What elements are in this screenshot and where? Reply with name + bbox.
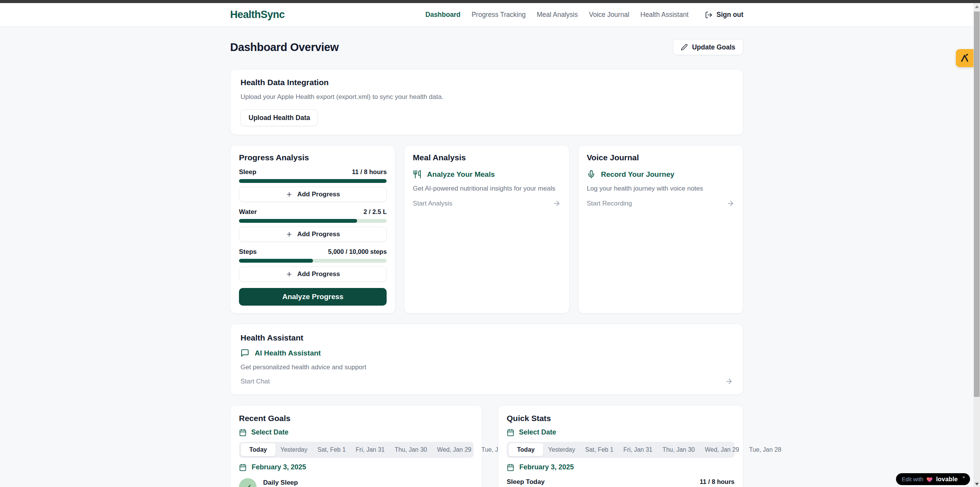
microphone-icon bbox=[587, 170, 596, 179]
add-progress-label: Add Progress bbox=[297, 270, 340, 278]
analyze-progress-button[interactable]: Analyze Progress bbox=[239, 288, 387, 306]
add-progress-steps-button[interactable]: Add Progress bbox=[239, 267, 387, 282]
lovable-logo-icon bbox=[960, 53, 970, 63]
metric-water: Water 2 / 2.5 L Add Progress bbox=[239, 208, 387, 242]
steps-value: 5,000 / 10,000 steps bbox=[328, 248, 387, 255]
stat-sleep-today: Sleep Today 11 / 8 hours Add Progress bbox=[507, 478, 735, 487]
metric-sleep: Sleep 11 / 8 hours Add Progress bbox=[239, 168, 387, 202]
integration-title: Health Data Integration bbox=[240, 78, 733, 87]
water-progress-bar bbox=[239, 219, 387, 223]
scrollbar-down-arrow-icon[interactable] bbox=[975, 483, 979, 485]
steps-progress-bar bbox=[239, 259, 387, 263]
steps-label: Steps bbox=[239, 248, 257, 256]
edit-with-label: Edit with bbox=[902, 476, 924, 482]
voice-journal-description: Log your health journey with voice notes bbox=[587, 185, 735, 192]
integration-description: Upload your Apple Health export (export.… bbox=[240, 93, 733, 101]
analyze-your-meals-label: Analyze Your Meals bbox=[427, 170, 495, 179]
recent-goals-card: Recent Goals Select Date Today Yesterday… bbox=[230, 405, 483, 487]
start-recording-label: Start Recording bbox=[587, 200, 632, 207]
window-top-strip bbox=[0, 0, 980, 3]
plus-icon bbox=[286, 271, 293, 278]
health-data-integration-card: Health Data Integration Upload your Appl… bbox=[230, 69, 743, 135]
record-your-journey-label: Record Your Journey bbox=[601, 170, 674, 179]
nav-voice-journal[interactable]: Voice Journal bbox=[589, 11, 629, 19]
ai-health-assistant-label: AI Health Assistant bbox=[255, 349, 321, 357]
pencil-icon bbox=[681, 44, 688, 51]
lovable-heart-icon bbox=[926, 476, 933, 482]
nav-dashboard[interactable]: Dashboard bbox=[425, 11, 460, 19]
quick-stats-selected-date[interactable]: February 3, 2025 bbox=[507, 463, 735, 471]
voice-journal-card: Voice Journal Record Your Journey Log yo… bbox=[578, 145, 743, 314]
tab-today[interactable]: Today bbox=[241, 443, 275, 456]
health-assistant-description: Get personalized health advice and suppo… bbox=[240, 364, 733, 371]
tab-yesterday[interactable]: Yesterday bbox=[275, 443, 313, 456]
add-progress-water-button[interactable]: Add Progress bbox=[239, 227, 387, 242]
main-nav: Dashboard Progress Tracking Meal Analysi… bbox=[425, 11, 743, 19]
recent-goals-select-date[interactable]: Select Date bbox=[239, 428, 474, 436]
health-assistant-card: Health Assistant AI Health Assistant Get… bbox=[230, 324, 743, 395]
selected-date-label: February 3, 2025 bbox=[519, 463, 574, 471]
sleep-value: 11 / 8 hours bbox=[352, 168, 387, 176]
app-header: HealthSync Dashboard Progress Tracking M… bbox=[0, 3, 980, 27]
start-analysis-action[interactable]: Start Analysis bbox=[413, 199, 560, 207]
arrow-right-icon bbox=[726, 199, 735, 207]
quick-stats-date-tabs: Today Yesterday Sat, Feb 1 Fri, Jan 31 T… bbox=[507, 442, 735, 458]
main-content: Dashboard Overview Update Goals Health D… bbox=[230, 39, 743, 487]
add-progress-label: Add Progress bbox=[297, 191, 340, 198]
start-recording-action[interactable]: Start Recording bbox=[587, 199, 735, 207]
record-your-journey-link[interactable]: Record Your Journey bbox=[587, 170, 735, 179]
quick-stats-card: Quick Stats Select Date Today Yesterday … bbox=[498, 405, 743, 487]
start-chat-action[interactable]: Start Chat bbox=[240, 377, 733, 385]
arrow-right-icon bbox=[725, 377, 733, 385]
add-progress-sleep-button[interactable]: Add Progress bbox=[239, 187, 387, 202]
tab-tue-jan-28[interactable]: Tue, Jan 28 bbox=[744, 443, 786, 456]
browser-scrollbar[interactable] bbox=[973, 3, 980, 487]
chat-bubble-icon bbox=[240, 349, 249, 357]
add-progress-label: Add Progress bbox=[297, 230, 340, 238]
tab-sat-feb-1[interactable]: Sat, Feb 1 bbox=[580, 443, 619, 456]
water-label: Water bbox=[239, 208, 257, 216]
tab-wed-jan-29[interactable]: Wed, Jan 29 bbox=[432, 443, 476, 456]
metric-steps: Steps 5,000 / 10,000 steps Add Progress bbox=[239, 248, 387, 282]
progress-analysis-card: Progress Analysis Sleep 11 / 8 hours Add… bbox=[230, 145, 395, 314]
ai-health-assistant-link[interactable]: AI Health Assistant bbox=[240, 349, 733, 357]
upload-health-data-label: Upload Health Data bbox=[249, 114, 310, 122]
plus-icon bbox=[286, 191, 293, 198]
tab-today[interactable]: Today bbox=[509, 443, 543, 456]
tab-thu-jan-30[interactable]: Thu, Jan 30 bbox=[390, 443, 432, 456]
calendar-icon bbox=[239, 464, 247, 471]
tab-fri-jan-31[interactable]: Fri, Jan 31 bbox=[618, 443, 657, 456]
nav-progress-tracking[interactable]: Progress Tracking bbox=[471, 11, 525, 19]
tab-fri-jan-31[interactable]: Fri, Jan 31 bbox=[351, 443, 390, 456]
check-circle-icon bbox=[239, 478, 257, 487]
update-goals-button[interactable]: Update Goals bbox=[673, 39, 743, 55]
sign-out-button[interactable]: Sign out bbox=[705, 11, 743, 19]
quick-stats-select-date[interactable]: Select Date bbox=[507, 428, 735, 436]
tab-yesterday[interactable]: Yesterday bbox=[543, 443, 580, 456]
recent-goals-selected-date[interactable]: February 3, 2025 bbox=[239, 463, 474, 471]
upload-health-data-button[interactable]: Upload Health Data bbox=[240, 109, 318, 126]
goal-item-daily-sleep: Daily Sleep 11 / 8 hours bbox=[239, 478, 474, 487]
sign-out-label: Sign out bbox=[716, 11, 743, 19]
water-progress-fill bbox=[239, 219, 357, 223]
nav-meal-analysis[interactable]: Meal Analysis bbox=[537, 11, 578, 19]
calendar-icon bbox=[507, 464, 514, 471]
meal-analysis-card: Meal Analysis Analyze Your Meals Get AI-… bbox=[404, 145, 569, 314]
sleep-progress-fill bbox=[239, 179, 387, 183]
badge-close-icon[interactable]: × bbox=[962, 475, 965, 480]
scrollbar-up-arrow-icon[interactable] bbox=[975, 5, 979, 8]
log-out-icon bbox=[705, 11, 713, 19]
analyze-your-meals-link[interactable]: Analyze Your Meals bbox=[413, 170, 560, 179]
tab-thu-jan-30[interactable]: Thu, Jan 30 bbox=[657, 443, 700, 456]
goal-name: Daily Sleep bbox=[263, 479, 298, 487]
update-goals-label: Update Goals bbox=[692, 43, 735, 51]
scrollbar-thumb[interactable] bbox=[974, 12, 980, 397]
water-value: 2 / 2.5 L bbox=[364, 208, 387, 216]
lovable-edge-button[interactable] bbox=[956, 49, 973, 67]
tab-sat-feb-1[interactable]: Sat, Feb 1 bbox=[313, 443, 351, 456]
start-analysis-label: Start Analysis bbox=[413, 200, 452, 207]
nav-health-assistant[interactable]: Health Assistant bbox=[641, 11, 688, 19]
meal-analysis-description: Get AI-powered nutritional insights for … bbox=[413, 185, 560, 192]
tab-wed-jan-29[interactable]: Wed, Jan 29 bbox=[700, 443, 744, 456]
edit-with-lovable-badge[interactable]: Edit with lovable × bbox=[896, 473, 970, 485]
